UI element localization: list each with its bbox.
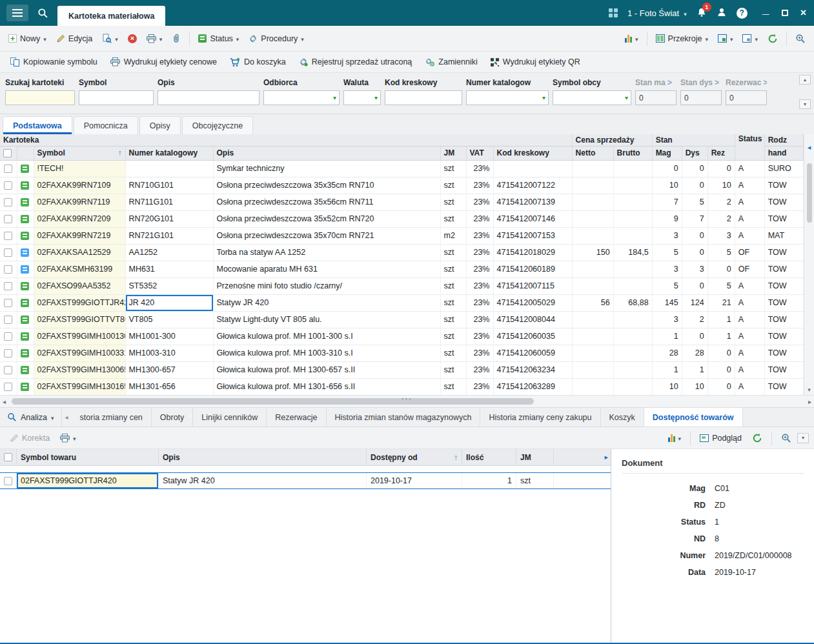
minimize-button[interactable] bbox=[762, 8, 769, 18]
row-select-checkbox[interactable] bbox=[0, 244, 17, 261]
cell-rodz[interactable]: TOW bbox=[764, 210, 803, 227]
cell-numer-katalogowy[interactable]: AA1252 bbox=[125, 244, 213, 261]
cell-opis[interactable]: Statyw Light-duty VT 805 alu. bbox=[213, 311, 440, 328]
cell-kod-kreskowy[interactable]: 4715412063289 bbox=[493, 378, 572, 395]
cell-rez[interactable]: 10 bbox=[707, 177, 735, 194]
korekta-button[interactable]: Korekta bbox=[5, 430, 54, 446]
cell-rodz[interactable]: TOW bbox=[764, 261, 803, 277]
cell-jm[interactable]: szt bbox=[440, 277, 466, 294]
cell-dys[interactable]: 0 bbox=[682, 160, 707, 177]
cell-rez[interactable]: 2 bbox=[707, 210, 735, 227]
cell-kod-kreskowy[interactable]: 4715412007139 bbox=[493, 194, 572, 210]
cell-rez[interactable]: 5 bbox=[707, 277, 735, 294]
podglad-button[interactable]: Podgląd bbox=[695, 430, 746, 446]
kopiowanie-symbolu-button[interactable]: Kopiowanie symbolu bbox=[5, 55, 103, 69]
cell-status[interactable]: A bbox=[735, 328, 764, 345]
tab-opisy[interactable]: Opisy bbox=[139, 116, 181, 134]
row-select-checkbox[interactable] bbox=[0, 261, 17, 277]
cell-rez[interactable]: 1 bbox=[707, 328, 735, 345]
cell-brutto[interactable] bbox=[613, 261, 652, 277]
cell-status[interactable]: A bbox=[735, 177, 764, 194]
cell-kod-kreskowy[interactable]: 4715412060035 bbox=[493, 328, 572, 345]
stan-mag-input[interactable] bbox=[635, 90, 677, 105]
przekroje-button[interactable]: Przekroje bbox=[651, 31, 713, 46]
cell-dys[interactable]: 3 bbox=[682, 261, 707, 277]
maximize-button[interactable] bbox=[782, 10, 788, 16]
cell-vat[interactable]: 23% bbox=[466, 294, 493, 311]
row-select-checkbox[interactable] bbox=[0, 311, 17, 328]
cell-numer-katalogowy[interactable]: VT805 bbox=[125, 311, 213, 328]
cell-opis[interactable]: Głowica kulowa prof. MH 1001-300 s.I bbox=[213, 328, 440, 345]
cell-vat[interactable]: 23% bbox=[466, 378, 493, 395]
attachments-button[interactable] bbox=[167, 30, 185, 46]
cell-dys[interactable]: 1 bbox=[682, 361, 707, 378]
cell-mag[interactable]: 0 bbox=[652, 160, 682, 177]
cell-symbol-towaru[interactable]: 02FAXST999GIOTTJR420 bbox=[17, 473, 159, 488]
cell-numer-katalogowy[interactable] bbox=[125, 160, 213, 177]
cell-vat[interactable]: 23% bbox=[466, 160, 493, 177]
cell-numer-katalogowy[interactable]: RN711G101 bbox=[125, 194, 213, 210]
availability-row[interactable]: 02FAXST999GIOTTJR420 Statyw JR 420 2019-… bbox=[0, 472, 611, 489]
scroll-down-icon[interactable] bbox=[808, 385, 811, 394]
analiza-button[interactable]: Analiza bbox=[0, 408, 62, 427]
cell-mag[interactable]: 10 bbox=[652, 177, 682, 194]
col-header-kod-kreskowy[interactable]: Kod kreskowy bbox=[493, 146, 572, 160]
cell-opis[interactable]: Torba na statyw AA 1252 bbox=[213, 244, 440, 261]
cell-rodz[interactable]: SURO bbox=[764, 160, 803, 177]
cell-mag[interactable]: 3 bbox=[652, 261, 682, 277]
grid-row[interactable]: 02FAXST99GIMH1001300MH1001-300Głowica ku… bbox=[0, 328, 804, 345]
status-button[interactable]: Status bbox=[194, 31, 243, 46]
user-icon[interactable] bbox=[717, 7, 727, 19]
tab-rezerwacje[interactable]: Rezerwacje bbox=[267, 408, 326, 427]
expand-panel-right-icon[interactable] bbox=[554, 449, 611, 465]
select-all-checkbox[interactable] bbox=[0, 449, 17, 465]
cell-numer-katalogowy[interactable]: RN721G101 bbox=[125, 227, 213, 244]
bottom-chart-button[interactable] bbox=[664, 430, 686, 446]
splitter-handle[interactable] bbox=[402, 395, 412, 403]
cell-ilosc[interactable]: 1 bbox=[462, 473, 516, 488]
row-select-checkbox[interactable] bbox=[0, 210, 17, 227]
cell-brutto[interactable] bbox=[613, 277, 652, 294]
cell-jm[interactable]: szt bbox=[516, 473, 554, 488]
cell-numer-katalogowy[interactable]: MH1001-300 bbox=[125, 328, 213, 345]
cell-rodz[interactable]: TOW bbox=[764, 378, 803, 395]
grid-row[interactable]: 02FAXAK99RN7109RN710G101Osłona przeciwde… bbox=[0, 177, 804, 194]
cell-jm[interactable]: szt bbox=[440, 311, 466, 328]
cell-mag[interactable]: 5 bbox=[652, 244, 682, 261]
col-header-ilosc[interactable]: Ilość bbox=[462, 449, 516, 465]
grid-row[interactable]: 02FAXST99GIMH1300657MH1300-657Głowica ku… bbox=[0, 361, 804, 378]
rejestruj-sprzedaz-utracona-button[interactable]: Rejestruj sprzedaż utraconą bbox=[294, 55, 418, 69]
cell-opis[interactable]: Symkar techniczny bbox=[213, 160, 440, 177]
cell-status[interactable]: A bbox=[735, 227, 764, 244]
cell-symbol[interactable]: 02FAXAK99RN7209 bbox=[34, 210, 125, 227]
grid-row[interactable]: !TECH!Symkar technicznyszt23%000ASURO bbox=[0, 160, 804, 177]
cell-status[interactable]: A bbox=[735, 311, 764, 328]
cell-netto[interactable] bbox=[572, 378, 613, 395]
tab-dostepnosc-towarow[interactable]: Dostępność towarów bbox=[644, 408, 743, 427]
row-select-checkbox[interactable] bbox=[0, 345, 17, 361]
cell-rez[interactable]: 1 bbox=[707, 311, 735, 328]
grid-row[interactable]: 02FAXAK99RN7119RN711G101Osłona przeciwde… bbox=[0, 194, 804, 210]
cell-netto[interactable]: 150 bbox=[572, 244, 613, 261]
cell-symbol[interactable]: 02FAXST99GIMH1301656 bbox=[34, 378, 125, 395]
print-button[interactable] bbox=[142, 31, 167, 46]
row-select-checkbox[interactable] bbox=[0, 277, 17, 294]
cell-status[interactable]: A bbox=[735, 194, 764, 210]
cell-mag[interactable]: 9 bbox=[652, 210, 682, 227]
tab-obroty[interactable]: Obroty bbox=[152, 408, 194, 427]
col-header-status[interactable]: Status bbox=[735, 134, 764, 160]
grid-row[interactable]: 02FAXST999GIOTTVT805VT805Statyw Light-du… bbox=[0, 311, 804, 328]
scroll-right-icon[interactable] bbox=[808, 396, 811, 407]
bottom-print-button[interactable] bbox=[56, 430, 81, 446]
cell-dys[interactable]: 2 bbox=[682, 311, 707, 328]
cell-rez[interactable]: 2 bbox=[707, 194, 735, 210]
cell-status[interactable]: A bbox=[735, 210, 764, 227]
col-header-brutto[interactable]: Brutto bbox=[613, 146, 652, 160]
close-button[interactable] bbox=[800, 7, 806, 19]
cell-netto[interactable] bbox=[572, 311, 613, 328]
cell-vat[interactable]: 23% bbox=[466, 277, 493, 294]
cell-rodz[interactable]: TOW bbox=[764, 328, 803, 345]
preview-card-button[interactable] bbox=[97, 30, 123, 46]
cell-jm[interactable]: szt bbox=[440, 294, 466, 311]
grid-row[interactable]: 02FAXST99GIMH1301656MH1301-656Głowica ku… bbox=[0, 378, 804, 395]
